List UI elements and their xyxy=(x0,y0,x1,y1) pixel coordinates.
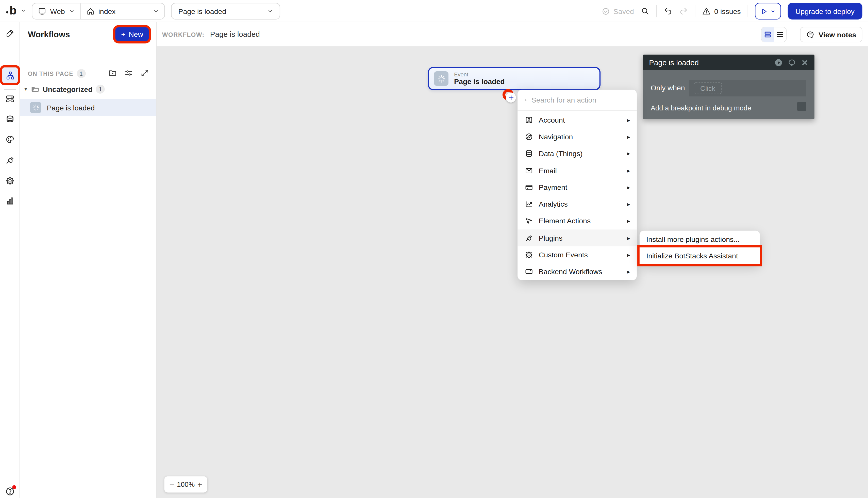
design-pencil-icon[interactable] xyxy=(5,28,14,38)
submenu-item-install-more-plugins[interactable]: Install more plugins actions... xyxy=(640,231,760,248)
undo-icon[interactable] xyxy=(663,6,672,15)
email-icon xyxy=(525,166,533,175)
preview-button[interactable] xyxy=(755,3,781,19)
logs-chart-icon[interactable] xyxy=(5,196,14,206)
add-action-button[interactable] xyxy=(506,92,516,103)
window-icon xyxy=(525,267,533,276)
target-selector: Web index xyxy=(32,3,165,19)
account-icon xyxy=(525,116,533,124)
list-view-icon xyxy=(776,31,784,39)
only-when-label: Only when xyxy=(651,83,685,92)
workflow-item-label: Page is loaded xyxy=(47,103,95,112)
submenu-arrow-icon: ▸ xyxy=(627,184,630,191)
submenu-arrow-icon: ▸ xyxy=(627,235,630,241)
platform-label: Web xyxy=(50,7,65,15)
divider xyxy=(695,5,695,17)
menu-item-label: Backend Workflows xyxy=(539,267,622,276)
folder-plus-icon[interactable] xyxy=(108,68,117,77)
action-search-input[interactable] xyxy=(531,96,629,104)
menu-item-custom-events[interactable]: Custom Events ▸ xyxy=(517,247,637,263)
panel-title: Workflows xyxy=(28,29,70,39)
menu-item-email[interactable]: Email ▸ xyxy=(517,162,637,179)
menu-item-account[interactable]: Account ▸ xyxy=(517,112,637,129)
menu-item-label: Plugins xyxy=(539,234,622,242)
database-icon[interactable] xyxy=(5,115,14,124)
workflow-breadcrumb-label: WORKFLOW: xyxy=(162,31,205,38)
menu-item-label: Element Actions xyxy=(539,217,622,225)
settings-gear-icon[interactable] xyxy=(5,176,14,185)
menu-item-analytics[interactable]: Analytics ▸ xyxy=(517,196,637,213)
only-when-input[interactable]: Click xyxy=(689,80,806,96)
wireframe-icon[interactable] xyxy=(5,94,14,104)
workflow-list-item-selected[interactable]: Page is loaded xyxy=(20,99,156,116)
list-view-button[interactable] xyxy=(774,27,786,42)
palette-icon[interactable] xyxy=(5,135,14,144)
chevron-down-icon xyxy=(21,8,26,13)
view-notes-button[interactable]: View notes xyxy=(800,27,863,42)
plus-icon xyxy=(508,94,514,101)
workflow-selector-dropdown[interactable]: Page is loaded xyxy=(171,3,280,19)
workflow-icon xyxy=(5,70,15,80)
section-count-badge: 1 xyxy=(77,69,86,78)
database-icon xyxy=(525,149,533,158)
property-panel-header[interactable]: Page is loaded xyxy=(643,55,814,70)
workflow-selector-label: Page is loaded xyxy=(178,7,226,15)
submenu-item-initialize-botstacks[interactable]: Initialize BotStacks Assistant xyxy=(640,248,760,264)
divider xyxy=(748,5,748,17)
submenu-arrow-icon: ▸ xyxy=(627,252,630,258)
breakpoint-checkbox[interactable] xyxy=(797,102,806,111)
event-title: Page is loaded xyxy=(454,78,505,86)
folder-row-uncategorized[interactable]: ▾ Uncategorized 1 xyxy=(25,85,105,94)
search-icon[interactable] xyxy=(641,6,649,15)
expand-icon[interactable] xyxy=(140,68,149,77)
comment-icon[interactable] xyxy=(788,58,796,66)
menu-item-payment[interactable]: Payment ▸ xyxy=(517,179,637,196)
folder-name: Uncategorized xyxy=(43,85,93,93)
card-view-button[interactable] xyxy=(762,27,774,42)
bubble-logo-glyph: b xyxy=(9,5,16,16)
submenu-item-label: Initialize BotStacks Assistant xyxy=(646,251,738,260)
card-view-icon xyxy=(764,31,772,39)
menu-item-plugins[interactable]: Plugins ▸ xyxy=(517,230,637,247)
filter-sliders-icon[interactable] xyxy=(124,68,133,77)
canvas-header: WORKFLOW: Page is loaded View notes xyxy=(157,22,868,46)
menu-item-navigation[interactable]: Navigation ▸ xyxy=(517,129,637,145)
analytics-icon xyxy=(525,200,533,208)
only-when-placeholder-chip[interactable]: Click xyxy=(694,82,722,94)
action-menu: Account ▸ Navigation ▸ Data (Things) ▸ E… xyxy=(517,90,637,280)
menu-item-element-actions[interactable]: Element Actions ▸ xyxy=(517,213,637,230)
run-play-icon[interactable] xyxy=(774,58,783,66)
menu-item-label: Custom Events xyxy=(539,251,622,259)
menu-item-label: Email xyxy=(539,166,622,175)
page-dropdown[interactable]: index xyxy=(80,3,165,19)
close-icon[interactable] xyxy=(801,59,808,66)
new-workflow-button[interactable]: + New xyxy=(116,27,149,41)
saved-status: Saved xyxy=(602,7,634,15)
notification-dot xyxy=(12,485,16,489)
event-type-label: Event xyxy=(454,71,505,78)
platform-dropdown[interactable]: Web xyxy=(32,3,80,19)
bubble-editor: b Web index Page is xyxy=(0,0,868,498)
workflow-breadcrumb-name: Page is loaded xyxy=(210,30,260,39)
chevron-down-icon xyxy=(153,8,159,14)
menu-item-label: Account xyxy=(539,116,622,124)
top-toolbar: b Web index Page is xyxy=(0,0,868,22)
zoom-in-button[interactable]: + xyxy=(197,480,202,489)
plugins-plug-icon[interactable] xyxy=(5,155,14,165)
zoom-out-button[interactable]: − xyxy=(169,480,174,489)
upgrade-to-deploy-button[interactable]: Upgrade to deploy xyxy=(788,3,863,19)
upgrade-label: Upgrade to deploy xyxy=(795,7,855,15)
redo-icon[interactable] xyxy=(679,6,688,15)
issues-label: 0 issues xyxy=(714,7,741,15)
workflow-tab-selected[interactable] xyxy=(2,67,18,83)
payment-icon xyxy=(525,183,533,192)
caret-down-icon: ▾ xyxy=(25,86,27,92)
issues-button[interactable]: 0 issues xyxy=(702,6,741,15)
page-label: index xyxy=(98,7,116,15)
submenu-arrow-icon: ▸ xyxy=(627,117,630,123)
menu-item-data-things[interactable]: Data (Things) ▸ xyxy=(517,145,637,162)
bubble-logo[interactable]: b xyxy=(6,5,26,16)
event-node-page-is-loaded[interactable]: Event Page is loaded xyxy=(428,67,601,90)
menu-item-backend-workflows[interactable]: Backend Workflows ▸ xyxy=(517,263,637,280)
submenu-arrow-icon: ▸ xyxy=(627,201,630,207)
